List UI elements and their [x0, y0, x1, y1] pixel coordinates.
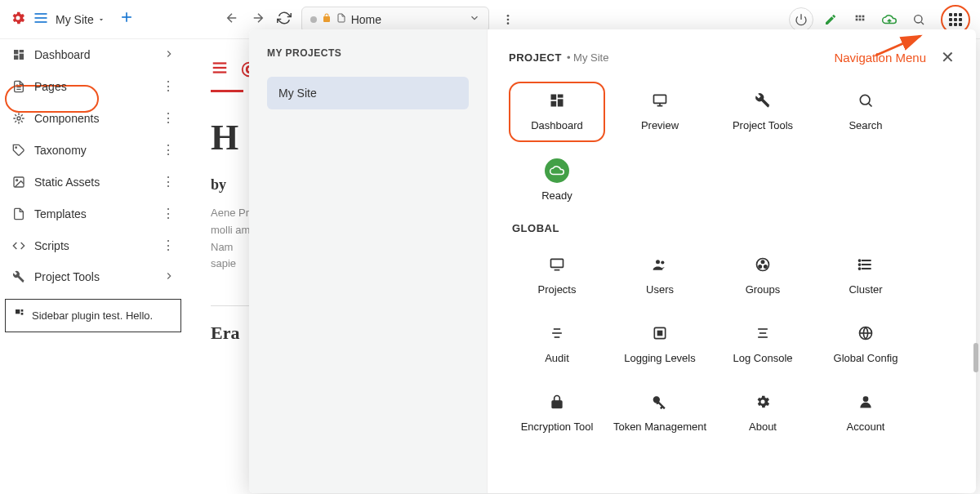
- wrench-icon: [755, 92, 771, 113]
- tile-label: Projects: [538, 283, 577, 296]
- sidebar-item-dashboard[interactable]: Dashboard: [0, 39, 186, 70]
- svg-rect-41: [551, 259, 564, 267]
- refresh-button[interactable]: [274, 7, 295, 31]
- tile-label: Log Console: [733, 352, 793, 365]
- address-bar[interactable]: Home: [301, 7, 489, 33]
- dashboard-icon: [549, 92, 565, 113]
- svg-point-43: [656, 260, 660, 264]
- sidebar-item-components[interactable]: Components ⋮: [0, 102, 186, 134]
- close-icon[interactable]: ✕: [941, 47, 955, 67]
- svg-point-65: [863, 396, 869, 402]
- svg-rect-36: [654, 95, 666, 103]
- navigation-menu-panel: MY PROJECTS My Site PROJECT • My Site Na…: [249, 29, 976, 493]
- svg-point-21: [16, 147, 16, 148]
- tile-groups[interactable]: Groups: [715, 246, 811, 306]
- audit-icon: [549, 325, 565, 345]
- menu-icon[interactable]: [33, 10, 49, 29]
- svg-point-46: [761, 260, 764, 263]
- address-title: Home: [351, 13, 381, 26]
- sidebar-item-pages[interactable]: Pages ⋮: [0, 70, 186, 102]
- sidebar-item-templates[interactable]: Templates ⋮: [0, 198, 186, 229]
- apps-icon[interactable]: [848, 7, 872, 32]
- search-top-icon[interactable]: [906, 7, 931, 32]
- groups-icon: [755, 256, 771, 277]
- tile-label: Users: [646, 283, 674, 296]
- tile-global-config[interactable]: Global Config: [817, 314, 914, 375]
- sidebar-item-label: Scripts: [34, 239, 69, 252]
- sidebar-item-label: Pages: [34, 80, 67, 93]
- svg-rect-10: [862, 15, 865, 17]
- svg-rect-17: [20, 50, 24, 52]
- chevron-right-icon: [163, 270, 175, 284]
- tile-dashboard[interactable]: Dashboard: [509, 82, 605, 142]
- forward-button[interactable]: [247, 7, 269, 31]
- more-vert-icon[interactable]: ⋮: [162, 78, 175, 94]
- tile-project-tools[interactable]: Project Tools: [715, 82, 811, 142]
- sidebar-item-scripts[interactable]: Scripts ⋮: [0, 229, 186, 261]
- waffle-icon: [949, 13, 962, 26]
- sidebar: Dashboard Pages ⋮ Components ⋮ Taxonomy …: [0, 39, 186, 494]
- globe-icon: [858, 325, 874, 345]
- tile-search[interactable]: Search: [817, 82, 914, 142]
- svg-rect-25: [21, 309, 24, 312]
- site-selector[interactable]: My Site: [56, 13, 105, 26]
- project-item-label: My Site: [278, 87, 317, 100]
- more-vert-icon[interactable]: [496, 7, 520, 32]
- edit-icon[interactable]: [818, 7, 843, 32]
- more-vert-icon[interactable]: ⋮: [162, 174, 175, 189]
- sidebar-item-label: Project Tools: [34, 270, 100, 283]
- project-item[interactable]: My Site: [267, 77, 469, 109]
- tile-label: Account: [847, 421, 885, 434]
- more-vert-icon[interactable]: ⋮: [162, 238, 175, 253]
- add-button[interactable]: [118, 9, 135, 30]
- chevron-down-icon[interactable]: [469, 12, 480, 26]
- levels-icon: [652, 325, 668, 345]
- publish-icon[interactable]: [877, 7, 902, 32]
- navigation-menu-label: Navigation Menu: [834, 51, 926, 65]
- svg-rect-16: [14, 50, 18, 54]
- svg-rect-18: [20, 54, 24, 60]
- tile-users[interactable]: Users: [612, 246, 708, 306]
- tile-label: Global Config: [834, 352, 898, 365]
- gear-icon: [755, 394, 771, 414]
- tile-projects[interactable]: Projects: [509, 246, 605, 306]
- svg-point-54: [859, 268, 861, 269]
- tile-about[interactable]: About: [715, 383, 811, 443]
- tile-label: About: [749, 421, 777, 434]
- power-icon[interactable]: [789, 7, 813, 32]
- svg-point-20: [17, 117, 20, 120]
- tile-token-management[interactable]: Token Management: [612, 383, 708, 443]
- tile-label: Search: [849, 119, 882, 132]
- tile-encryption-tool[interactable]: Encryption Tool: [509, 383, 605, 443]
- content-menu-icon[interactable]: [211, 59, 229, 82]
- more-vert-icon[interactable]: ⋮: [162, 110, 175, 126]
- svg-rect-13: [862, 18, 865, 20]
- tile-log-console[interactable]: Log Console: [715, 314, 811, 375]
- svg-point-7: [506, 22, 509, 24]
- tile-cluster[interactable]: Cluster: [817, 246, 914, 306]
- scrollbar[interactable]: [973, 343, 978, 372]
- project-subheading: • My Site: [567, 51, 609, 64]
- tile-label: Project Tools: [733, 119, 793, 132]
- tile-ready-status[interactable]: Ready: [509, 150, 605, 211]
- sidebar-item-label: Static Assets: [34, 176, 100, 189]
- sidebar-item-static-assets[interactable]: Static Assets ⋮: [0, 166, 186, 198]
- more-vert-icon[interactable]: ⋮: [162, 142, 175, 158]
- svg-line-15: [921, 22, 924, 24]
- tile-preview[interactable]: Preview: [612, 82, 708, 142]
- search-icon: [858, 92, 874, 113]
- tile-audit[interactable]: Audit: [509, 314, 605, 375]
- sidebar-item-label: Dashboard: [34, 48, 91, 61]
- back-button[interactable]: [221, 7, 243, 31]
- more-vert-icon[interactable]: ⋮: [162, 206, 175, 221]
- svg-point-23: [16, 179, 18, 180]
- projects-icon: [549, 256, 565, 277]
- site-name-label: My Site: [56, 13, 94, 26]
- tile-logging-levels[interactable]: Logging Levels: [612, 314, 708, 375]
- sidebar-item-taxonomy[interactable]: Taxonomy ⋮: [0, 134, 186, 166]
- code-icon: [11, 238, 26, 253]
- svg-point-14: [915, 15, 922, 22]
- sidebar-item-label: Taxonomy: [34, 144, 87, 157]
- sidebar-item-project-tools[interactable]: Project Tools: [0, 261, 186, 292]
- tile-account[interactable]: Account: [817, 383, 914, 443]
